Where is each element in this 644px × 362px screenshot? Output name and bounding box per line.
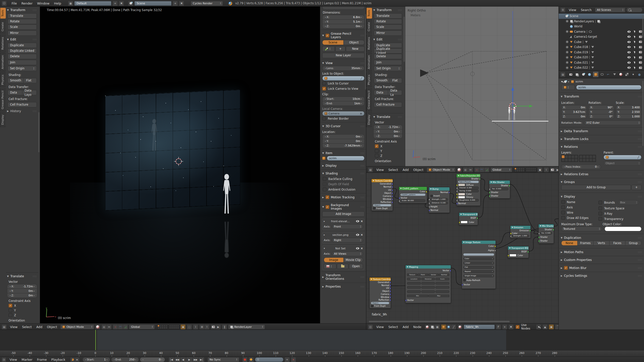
outliner-row-camera[interactable]: +Camera| bbox=[559, 29, 644, 34]
output-socket[interactable] bbox=[389, 293, 391, 295]
node-image-texture[interactable]: ▼Image TextureColorAlphaColorLinearFlatR… bbox=[462, 240, 496, 289]
node-field[interactable]: ClothS_pattern bbox=[400, 194, 425, 196]
visibility-eye-icon[interactable] bbox=[627, 31, 631, 33]
add-material-button[interactable]: + bbox=[502, 324, 507, 330]
render-viewport[interactable]: Time:00:04.57 | Mem:41.71M, Peak:47.06M … bbox=[40, 7, 320, 323]
menu-item[interactable]: Window bbox=[35, 2, 52, 5]
render-opengl-icon[interactable] bbox=[550, 167, 555, 172]
redo-panel-header[interactable]: ▼Translate:::: bbox=[6, 273, 38, 279]
add-layout-button[interactable]: + bbox=[112, 1, 118, 6]
expand-icon[interactable]: + bbox=[566, 56, 569, 59]
redo-vector-y[interactable]: ◂Y:0m▸ bbox=[373, 129, 403, 134]
expand-icon[interactable]: ▸ bbox=[324, 220, 325, 222]
output-socket[interactable] bbox=[391, 201, 393, 203]
bounds-row[interactable]: BoundsBox bbox=[598, 199, 641, 206]
parent-tree-icon[interactable]: ▲ bbox=[542, 324, 548, 330]
output-socket[interactable] bbox=[529, 230, 531, 232]
tab-scene[interactable] bbox=[580, 71, 586, 77]
motion-tracking-header[interactable]: ▶Motion Tracking:::: bbox=[320, 194, 367, 200]
node-color-swatch[interactable] bbox=[461, 221, 468, 223]
insert-keyframe-icon[interactable]: + bbox=[285, 357, 290, 362]
shelf-panel-header[interactable]: ▶History:::: bbox=[6, 108, 38, 114]
screen-layout-field[interactable]: Default bbox=[74, 1, 111, 6]
redo-vector-x[interactable]: ◂X:-1.72m▸ bbox=[7, 284, 37, 289]
current-frame-field[interactable]: ◂0▸ bbox=[140, 357, 165, 362]
editor-type-icon[interactable]: ⓘ bbox=[2, 1, 7, 6]
sync-select[interactable]: No Sync bbox=[208, 357, 239, 362]
close-layout-button[interactable]: × bbox=[119, 1, 124, 6]
input-socket[interactable] bbox=[510, 235, 512, 237]
outliner-row-renderlayers[interactable]: +RenderLayers| bbox=[559, 19, 644, 24]
node-field[interactable]: Object: bbox=[371, 302, 389, 304]
dim-z[interactable]: ◂Z:0m▸ bbox=[322, 24, 365, 29]
playhead[interactable] bbox=[95, 330, 96, 350]
lock-to-cursor-row[interactable]: Lock to Cursor bbox=[322, 81, 365, 86]
parent-field[interactable]: ╱ bbox=[603, 155, 641, 160]
scale-z[interactable]: Z:1.000 bbox=[616, 114, 641, 119]
constraint-axis-x[interactable]: X bbox=[372, 144, 404, 149]
renderlayer-select[interactable]: RenderLayer bbox=[228, 325, 265, 329]
input-socket[interactable] bbox=[457, 184, 458, 186]
scale-x[interactable]: X:3.400 bbox=[616, 105, 641, 110]
outliner-scope-select[interactable]: All Scenes bbox=[595, 8, 625, 12]
output-socket[interactable] bbox=[426, 191, 427, 193]
input-socket[interactable] bbox=[508, 255, 509, 257]
menu-item[interactable]: Select bbox=[20, 325, 34, 329]
dim-x[interactable]: ◂X:6.8m▸ bbox=[322, 15, 365, 20]
clipped-slider[interactable] bbox=[322, 7, 365, 10]
input-socket[interactable] bbox=[539, 240, 540, 242]
new-group-button[interactable]: + bbox=[631, 185, 641, 190]
unlink-material-button[interactable]: × bbox=[508, 324, 514, 330]
editor-type-icon[interactable]: ▤ bbox=[2, 324, 7, 330]
active-keying-set-field[interactable]: ⚿︎ bbox=[255, 357, 284, 362]
rot-z[interactable]: Z:0° bbox=[588, 114, 614, 119]
cycles-settings-header[interactable]: ▶Cycles Settings:::: bbox=[559, 273, 644, 279]
background-images-header[interactable]: ▼Background Images:::: bbox=[320, 202, 367, 211]
outliner-row-cube[interactable]: +Cube| bbox=[559, 39, 644, 45]
node-fabricpolyester-001[interactable]: ▼FabricPolyester.001ShaderFabricPolyes..… bbox=[456, 174, 480, 206]
end-frame-field[interactable]: ◂End:250▸ bbox=[111, 357, 139, 362]
relations-extras-header[interactable]: ▶Relations Extras:::: bbox=[559, 171, 644, 177]
input-socket[interactable] bbox=[489, 195, 491, 197]
redo-vector-z[interactable]: ◂Z:0m▸ bbox=[373, 134, 403, 139]
gp-new-layer-button[interactable]: New Layer bbox=[322, 53, 365, 58]
tab-render[interactable] bbox=[568, 71, 574, 77]
selectability-arrow-icon[interactable] bbox=[634, 35, 636, 38]
compositing-nodes-icon[interactable] bbox=[430, 324, 435, 330]
render-camera-icon[interactable] bbox=[639, 56, 642, 59]
manipulator-rotate-icon[interactable]: ◠ bbox=[118, 324, 123, 330]
tab-constraints[interactable] bbox=[599, 71, 605, 77]
motion-blur-header[interactable]: ▶Motion Blur:::: bbox=[559, 265, 644, 271]
menu-item[interactable]: Marker bbox=[19, 358, 35, 361]
mode-select[interactable]: Object Mode bbox=[427, 167, 455, 172]
node-dropdown[interactable]: Flat bbox=[463, 266, 494, 269]
duplication-none[interactable]: None bbox=[561, 241, 577, 245]
lock-icon[interactable]: ▣ bbox=[180, 324, 186, 330]
render-camera-icon[interactable] bbox=[639, 46, 642, 48]
shelf-button-join[interactable]: Join bbox=[374, 60, 402, 65]
transform-panel-header[interactable]: ▼Transform:::: bbox=[559, 94, 644, 99]
start-frame-field[interactable]: ◂Start:1▸ bbox=[83, 357, 110, 362]
expand-icon[interactable]: ▸ bbox=[324, 234, 325, 236]
shelf-button-scale[interactable]: Scale bbox=[8, 24, 37, 30]
input-socket[interactable] bbox=[429, 209, 430, 211]
gp-source-toggle[interactable]: SceneObject bbox=[322, 40, 365, 45]
output-socket[interactable] bbox=[389, 287, 391, 289]
jump-start-button[interactable]: |◀ bbox=[169, 357, 175, 362]
rotation-mode-select[interactable]: XYZ Euler bbox=[584, 120, 641, 125]
node-mix-shader[interactable]: ▼Mix ShaderShaderFac: 0.500ShaderShader bbox=[538, 224, 554, 244]
item-name-field[interactable]: scrim bbox=[327, 156, 365, 161]
input-socket[interactable] bbox=[399, 197, 400, 199]
redo-vector-x[interactable]: ◂X:-1.72m▸ bbox=[373, 125, 403, 129]
input-socket[interactable] bbox=[457, 187, 458, 189]
output-socket[interactable] bbox=[391, 183, 393, 185]
manipulator-translate-icon[interactable]: ⊹ bbox=[474, 167, 479, 172]
world-shader-icon[interactable] bbox=[446, 324, 451, 330]
outliner-row-scene[interactable]: Scene bbox=[559, 14, 644, 19]
editor-type-icon[interactable]: ▤ bbox=[368, 167, 373, 172]
shelf-panel-header[interactable]: ▼Transform:::: bbox=[6, 7, 38, 13]
scrim-mesh[interactable] bbox=[105, 89, 240, 211]
orientation-select[interactable]: Global bbox=[491, 167, 512, 172]
duplication-frames[interactable]: Frames bbox=[577, 241, 593, 245]
transparency-row[interactable]: Transparency bbox=[598, 216, 641, 221]
